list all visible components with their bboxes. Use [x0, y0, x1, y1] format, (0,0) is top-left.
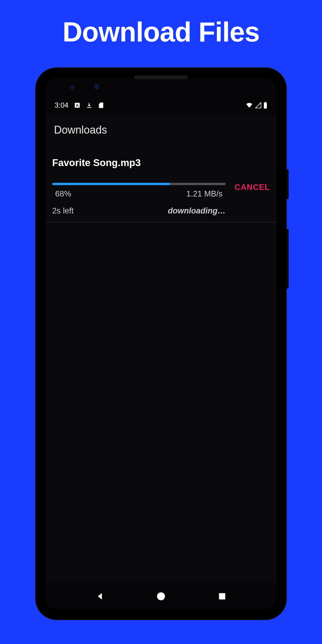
battery-icon	[263, 102, 267, 109]
phone-camera-dot	[70, 85, 74, 89]
phone-speaker	[134, 75, 188, 79]
status-time: 3:04	[55, 101, 69, 109]
wifi-icon	[245, 102, 253, 109]
home-icon	[156, 592, 166, 601]
recents-icon	[218, 592, 226, 600]
svg-text:A: A	[76, 103, 78, 108]
progress-bar-fill	[52, 183, 170, 185]
download-speed: 1.21 MB/s	[186, 189, 223, 199]
download-info: 68% 1.21 MB/s 2s left downloading…	[52, 183, 226, 216]
navigation-bar	[46, 583, 276, 610]
phone-frame: 3:04 A	[36, 68, 286, 620]
phone-camera-dot	[94, 84, 99, 89]
download-status-row: 2s left downloading…	[52, 206, 226, 216]
svg-point-4	[157, 592, 165, 600]
phone-screen: 3:04 A	[46, 78, 276, 610]
svg-rect-3	[265, 102, 266, 103]
status-bar-left: 3:04 A	[55, 101, 104, 109]
download-stats: 68% 1.21 MB/s	[52, 189, 226, 199]
progress-bar-track	[52, 183, 226, 185]
status-bar: 3:04 A	[46, 99, 276, 112]
home-button[interactable]	[146, 587, 176, 605]
status-bar-right	[245, 102, 267, 109]
download-icon	[86, 102, 92, 109]
app-content: Downloads Favorite Song.mp3 68% 1.21 MB/…	[46, 115, 276, 583]
sd-card-icon	[98, 102, 104, 109]
download-item: Favorite Song.mp3 68% 1.21 MB/s	[46, 145, 276, 222]
cancel-button[interactable]: CANCEL	[235, 183, 270, 192]
progress-percent: 68%	[55, 189, 71, 199]
download-status: downloading…	[168, 206, 225, 216]
page-title: Downloads	[46, 115, 276, 145]
svg-rect-2	[264, 103, 267, 109]
back-button[interactable]	[85, 587, 115, 605]
phone-side-button	[286, 169, 289, 199]
keyboard-icon: A	[74, 102, 80, 109]
recents-button[interactable]	[207, 587, 237, 605]
phone-side-button	[286, 229, 289, 289]
promo-title: Download Files	[63, 16, 260, 48]
back-icon	[95, 592, 105, 601]
time-left: 2s left	[52, 206, 74, 216]
phone-inner-frame: 3:04 A	[41, 73, 281, 614]
download-row: 68% 1.21 MB/s 2s left downloading… CANCE…	[52, 183, 270, 216]
svg-rect-5	[219, 593, 225, 600]
signal-icon	[255, 102, 261, 109]
download-file-name: Favorite Song.mp3	[52, 157, 270, 168]
